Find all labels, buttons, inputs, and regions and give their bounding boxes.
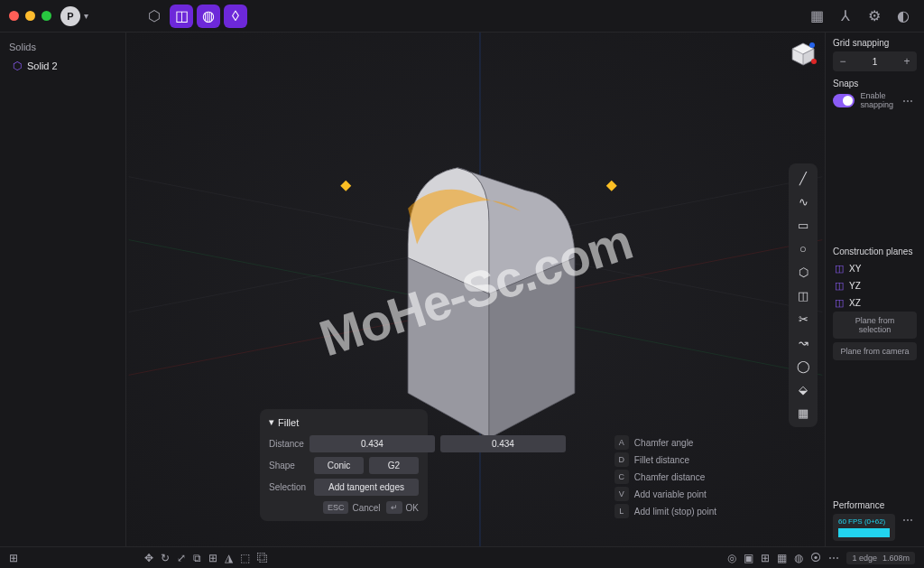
view-xray-icon[interactable]: ⦿ — [810, 552, 821, 564]
theme-icon[interactable]: ◐ — [892, 5, 915, 28]
sphere-tool-icon[interactable]: ◯ — [792, 355, 814, 377]
key-a: A — [614, 435, 629, 450]
copy-icon[interactable]: ⿻ — [257, 552, 268, 564]
close-window[interactable] — [9, 11, 19, 21]
grid-snapping-title: Grid snapping — [833, 38, 917, 48]
grid-stepper: − 1 + — [833, 51, 917, 71]
cut-tool-icon[interactable]: ✂ — [792, 308, 814, 330]
cancel-button[interactable]: ESC Cancel — [323, 501, 381, 514]
plane-from-selection-button[interactable]: Plane from selection — [833, 312, 917, 339]
shape-select-1[interactable]: Conic — [314, 457, 364, 474]
performance-title: Performance — [833, 500, 917, 510]
more-icon[interactable]: ⋯ — [828, 552, 839, 564]
ok-button[interactable]: ↵ OK — [386, 501, 419, 514]
add-tangent-edges-button[interactable]: Add tangent edges — [314, 479, 419, 496]
svg-point-5 — [809, 42, 815, 48]
plane-from-camera-button[interactable]: Plane from camera — [833, 342, 917, 360]
mode-face-icon[interactable]: ◍ — [197, 5, 220, 28]
settings-icon[interactable]: ⚙ — [863, 5, 886, 28]
distance-input-2[interactable] — [440, 435, 566, 452]
status-info: 1 edge 1.608m — [846, 552, 915, 564]
right-panel: Grid snapping − 1 + Snaps Enable snappin… — [825, 33, 924, 546]
user-avatar[interactable]: P — [60, 6, 80, 26]
key-d: D — [614, 452, 629, 467]
plane-xy[interactable]: ◫ XY — [833, 260, 917, 277]
rect-tool-icon[interactable]: ▭ — [792, 214, 814, 236]
bottom-bar: ⊞ ✥ ↻ ⤢ ⧉ ⊞ ◮ ⬚ ⿻ ◎ ▣ ⊞ ▦ ◍ ⦿ ⋯ 1 edge 1… — [0, 546, 924, 568]
fillet-title: Fillet — [278, 417, 299, 428]
boolean-icon[interactable]: ⧉ — [193, 552, 201, 564]
view-iso-icon[interactable]: ⊞ — [761, 552, 770, 564]
construction-planes-section: Construction planes ◫ XY ◫ YZ ◫ XZ Plane… — [833, 247, 917, 364]
minimize-window[interactable] — [25, 11, 35, 21]
performance-more[interactable]: ⋯ — [899, 514, 917, 526]
shortcut-variable-point: V Add variable point — [614, 487, 716, 501]
outline-item-solid-2[interactable]: ⬡ Solid 2 — [7, 56, 118, 76]
mirror-icon[interactable]: ⊞ — [208, 552, 217, 564]
distance-input-1[interactable] — [310, 435, 435, 452]
plane-xz[interactable]: ◫ XZ — [833, 294, 917, 312]
enable-snapping-label: Enable snapping — [860, 92, 893, 110]
topbar: P ▾ ⬡ ◫ ◍ ◊ ▦ ⅄ ⚙ ◐ — [0, 0, 924, 33]
window-controls — [9, 11, 51, 21]
enter-key: ↵ — [386, 501, 402, 514]
scale-icon[interactable]: ⤢ — [177, 552, 186, 564]
fps-label: 60 FPS (0+62) — [838, 517, 890, 526]
chevron-down-icon[interactable]: ▾ — [84, 11, 88, 21]
key-v: V — [614, 487, 629, 501]
status-dim: 1.608m — [882, 554, 910, 563]
box-tool-icon[interactable]: ◫ — [792, 284, 814, 306]
solid-icon: ⬡ — [13, 60, 22, 72]
fillet-header[interactable]: ▾ Fillet — [269, 416, 419, 428]
view-shade-icon[interactable]: ◍ — [794, 552, 803, 564]
grid-value[interactable]: 1 — [853, 57, 897, 67]
mode-edge-icon[interactable]: ◊ — [224, 5, 247, 28]
path-tool-icon[interactable]: ↝ — [792, 331, 814, 353]
shape-label: Shape — [269, 461, 309, 470]
mesh-tool-icon[interactable]: ▦ — [792, 402, 814, 424]
view-cube[interactable] — [789, 40, 818, 69]
curve-tool-icon[interactable]: ∿ — [792, 191, 814, 212]
fps-bar — [838, 528, 890, 537]
zoom-extents-icon[interactable]: ◎ — [727, 552, 736, 564]
grid-icon[interactable]: ▦ — [805, 5, 828, 28]
circle-tool-icon[interactable]: ○ — [792, 237, 814, 259]
maximize-window[interactable] — [42, 11, 51, 21]
key-c: C — [614, 470, 629, 484]
array-icon[interactable]: ◮ — [225, 552, 233, 564]
shape-select-2[interactable]: G2 — [369, 457, 419, 474]
viewport[interactable]: ╱ ∿ ▭ ○ ⬡ ◫ ✂ ↝ ◯ ⬙ ▦ ▾ Fillet Distance — [126, 33, 825, 546]
grid-increase[interactable]: + — [897, 55, 917, 68]
view-wire-icon[interactable]: ▦ — [777, 552, 787, 564]
key-l: L — [614, 504, 629, 518]
snaps-section: Snaps Enable snapping ⋯ — [833, 79, 917, 110]
move-icon[interactable]: ✥ — [144, 552, 153, 564]
bottom-toolbar: ✥ ↻ ⤢ ⧉ ⊞ ◮ ⬚ ⿻ — [144, 552, 268, 564]
line-tool-icon[interactable]: ╱ — [792, 167, 814, 189]
shortcut-limit-point: L Add limit (stop) point — [614, 504, 716, 518]
snaps-more[interactable]: ⋯ — [899, 95, 917, 107]
snap-icon[interactable]: ⅄ — [834, 5, 857, 28]
rotate-icon[interactable]: ↻ — [161, 552, 170, 564]
view-front-icon[interactable]: ▣ — [744, 552, 753, 564]
plane-icon: ◫ — [835, 297, 844, 309]
esc-key: ESC — [323, 501, 349, 514]
enable-snapping-toggle[interactable] — [833, 94, 855, 107]
shortcut-chamfer-angle: A Chamfer angle — [614, 435, 716, 450]
shortcut-chamfer-distance: C Chamfer distance — [614, 470, 716, 484]
grid-decrease[interactable]: − — [833, 55, 853, 68]
mode-default-icon[interactable]: ⬡ — [143, 5, 166, 28]
mode-solid-icon[interactable]: ◫ — [170, 5, 193, 28]
status-edges: 1 edge — [852, 554, 877, 563]
extrude-icon[interactable]: ⬚ — [240, 552, 250, 564]
enable-snapping-row: Enable snapping ⋯ — [833, 92, 917, 110]
fillet-panel: ▾ Fillet Distance Shape Conic G2 Selecti… — [260, 409, 428, 521]
sidebar-toggle-icon[interactable]: ⊞ — [9, 552, 18, 564]
distance-label: Distance — [269, 439, 304, 449]
plane-yz[interactable]: ◫ YZ — [833, 277, 917, 294]
construction-planes-title: Construction planes — [833, 247, 917, 256]
polygon-tool-icon[interactable]: ⬡ — [792, 261, 814, 283]
performance-readout: 60 FPS (0+62) — [833, 514, 895, 541]
chevron-down-icon: ▾ — [269, 416, 274, 428]
cylinder-tool-icon[interactable]: ⬙ — [792, 378, 814, 400]
